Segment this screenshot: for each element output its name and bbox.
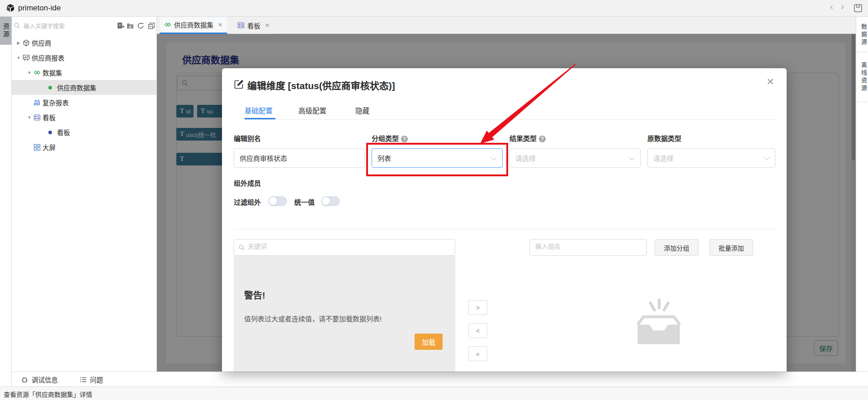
close-tab-icon[interactable]: ✕: [218, 22, 222, 28]
rail-tab-datasource[interactable]: 数据源: [856, 19, 868, 51]
collapse-panel-icon[interactable]: [147, 22, 156, 30]
warning-title: 警告!: [244, 288, 265, 301]
green-dot-icon: [47, 86, 56, 89]
batch-add-button[interactable]: 批量添加: [709, 239, 753, 256]
tree-item-supplier-dataset[interactable]: 供应商数据集: [12, 80, 157, 95]
cube-icon: [22, 39, 31, 47]
chevron-expanded-icon[interactable]: ▼: [15, 56, 22, 60]
tree-item-big-screen[interactable]: 大屏: [12, 140, 157, 155]
right-rail: 数据源 离线资源: [856, 17, 868, 386]
keyword-search-box[interactable]: [234, 239, 455, 256]
bottom-panel-bar: 调试信息 问题: [12, 372, 868, 386]
alias-input-field[interactable]: [240, 154, 359, 162]
tab-label[interactable]: 看板: [247, 21, 260, 30]
status-bar: 查看资源「供应商数据集」详情: [0, 386, 868, 400]
filter-outside-label: 过滤组外: [234, 197, 261, 207]
group-name-input[interactable]: [535, 243, 642, 250]
tree-item-dashboard[interactable]: 看板: [12, 125, 157, 140]
move-right-button[interactable]: >: [468, 300, 487, 315]
dataset-icon: [164, 21, 171, 28]
group-members-title: 组外成员: [234, 178, 261, 188]
result-type-select[interactable]: 请选择: [509, 148, 641, 168]
divider: [857, 52, 867, 52]
save-layout-icon[interactable]: [854, 4, 863, 13]
tab-advanced-config[interactable]: 高级配置: [298, 105, 326, 115]
dashboard-icon: [33, 114, 42, 121]
move-all-left-button[interactable]: «: [468, 346, 487, 361]
title-bar: primeton-ide ‹ ›: [0, 0, 868, 17]
raw-type-select[interactable]: 请选择: [647, 148, 775, 168]
status-text: 查看资源「供应商数据集」详情: [4, 390, 92, 399]
edit-icon: [234, 79, 244, 89]
rail-tab-resources[interactable]: 资源: [0, 17, 12, 45]
new-folder-icon[interactable]: [126, 22, 134, 30]
rail-tab-offline-resource[interactable]: 离线资源: [856, 56, 868, 99]
search-icon: [238, 244, 245, 251]
chevron-expanded-icon[interactable]: ▼: [26, 115, 33, 120]
add-group-button[interactable]: 添加分组: [655, 239, 698, 256]
problems-item[interactable]: 问题: [80, 372, 103, 387]
search-icon: [14, 22, 21, 29]
left-rail: 资源: [0, 17, 12, 386]
tree-item-dashboard-folder[interactable]: ▼ 看板: [12, 110, 157, 125]
history-back-icon[interactable]: ‹: [830, 1, 833, 12]
dataset-icon: [33, 69, 42, 76]
chevron-collapsed-icon[interactable]: ▶: [15, 41, 22, 45]
close-dialog-icon[interactable]: ✕: [764, 76, 777, 87]
keyword-search-input[interactable]: [248, 243, 447, 250]
tab-hidden[interactable]: 隐藏: [355, 105, 369, 115]
move-left-button[interactable]: <: [468, 323, 487, 338]
debug-icon: [21, 376, 28, 383]
tab-dashboard[interactable]: 看板 ✕: [233, 17, 274, 34]
debug-info-item[interactable]: 调试信息: [21, 372, 58, 387]
app-title: primeton-ide: [18, 4, 61, 13]
tab-label[interactable]: 供应商数据集: [174, 20, 213, 29]
chevron-expanded-icon[interactable]: ▼: [26, 71, 33, 75]
group-type-label: 分组类型?: [372, 133, 408, 143]
empty-inbox-icon: [629, 294, 688, 353]
history-forward-icon[interactable]: ›: [841, 1, 844, 12]
dashboard-icon: [237, 22, 245, 29]
tree-item-supplier[interactable]: ▶ 供应商: [12, 35, 157, 50]
explorer-search[interactable]: [14, 20, 102, 31]
editor-tab-bar: 供应商数据集 ✕ 看板 ✕: [157, 17, 856, 34]
explorer-search-input[interactable]: [24, 21, 100, 31]
group-name-box[interactable]: [529, 239, 647, 256]
highlight-rectangle: [366, 143, 508, 176]
load-button[interactable]: 加载: [415, 334, 443, 350]
tree-item-supplier-report[interactable]: ▼ 供应商报表: [12, 50, 157, 65]
tree-item-complex-report[interactable]: 复杂报表: [12, 95, 157, 110]
report-board-icon: [22, 54, 31, 61]
unified-value-toggle[interactable]: [321, 196, 340, 206]
tab-supplier-dataset[interactable]: 供应商数据集 ✕: [160, 17, 227, 34]
alias-input[interactable]: [234, 148, 365, 168]
divider: [857, 102, 867, 102]
alias-label: 编辑别名: [234, 133, 261, 143]
warning-text: 值列表过大或者连续值，请不要加载数据列表!: [244, 314, 382, 323]
divider: [245, 119, 776, 120]
value-list-panel: 警告! 值列表过大或者连续值，请不要加载数据列表! 加载: [234, 256, 455, 372]
chevron-down-icon: [764, 155, 769, 160]
refresh-icon[interactable]: [137, 22, 145, 30]
tab-basic-config[interactable]: 基础配置: [245, 105, 273, 115]
chart-icon: [33, 99, 42, 106]
dialog-title: 编辑维度 [status(供应商审核状态)]: [247, 78, 395, 92]
import-resource-icon[interactable]: [116, 22, 124, 30]
filter-outside-toggle[interactable]: [268, 196, 287, 206]
app-window: primeton-ide ‹ › 资源: [0, 0, 868, 400]
tree-item-dataset-folder[interactable]: ▼ 数据集: [12, 65, 157, 80]
app-logo-icon: [5, 3, 15, 13]
help-icon[interactable]: ?: [401, 136, 408, 142]
list-icon: [80, 376, 87, 383]
raw-type-label: 原数据类型: [647, 133, 681, 143]
indigo-dot-icon: [47, 131, 56, 134]
unified-value-label: 统一值: [294, 197, 315, 207]
screen-grid-icon: [33, 144, 42, 151]
edit-dimension-dialog: 编辑维度 [status(供应商审核状态)] ✕ 基础配置 高级配置 隐藏 编辑…: [222, 68, 787, 372]
help-icon[interactable]: ?: [539, 136, 546, 142]
divider: [234, 229, 776, 230]
resource-explorer: ▶ 供应商 ▼ 供应商报表 ▼ 数据集 供应: [12, 17, 157, 372]
result-type-label: 结果类型?: [509, 133, 546, 143]
chevron-down-icon: [629, 155, 635, 160]
close-tab-icon[interactable]: ✕: [265, 22, 269, 28]
